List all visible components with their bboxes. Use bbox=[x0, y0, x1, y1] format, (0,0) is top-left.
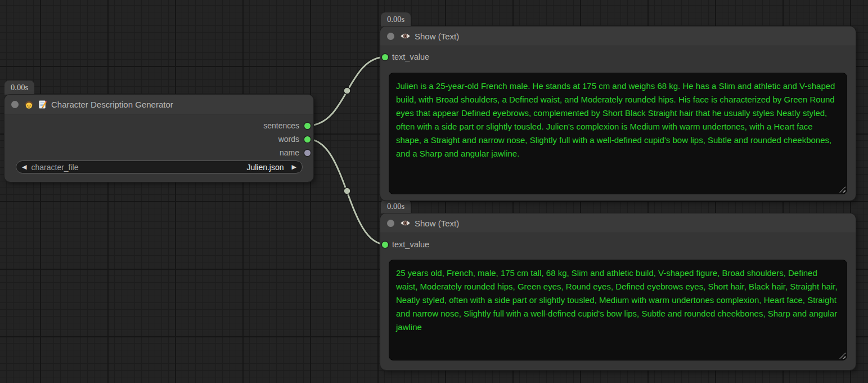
output-label-words: words bbox=[278, 135, 299, 144]
show-text-1-header[interactable]: Show (Text) bbox=[380, 26, 856, 46]
widget-value: Julien.json bbox=[246, 163, 284, 172]
exec-time-text: 0.00s bbox=[11, 83, 28, 92]
output-slot-name[interactable]: name bbox=[5, 146, 313, 159]
collapse-dot[interactable] bbox=[387, 33, 394, 40]
collapse-dot[interactable] bbox=[11, 101, 19, 108]
output-slot-sentences[interactable]: sentences bbox=[5, 119, 313, 132]
eye-icon bbox=[400, 32, 411, 40]
output-slot-words[interactable]: words bbox=[5, 132, 313, 146]
input-dot-text-value[interactable] bbox=[382, 54, 388, 60]
wire-midpoint-dot[interactable] bbox=[344, 87, 350, 94]
eye-icon bbox=[400, 219, 411, 227]
input-label-text-value: text_value bbox=[392, 240, 429, 249]
exec-time-text: 0.00s bbox=[387, 202, 404, 211]
output-label-name: name bbox=[280, 148, 299, 157]
show-text-2-title: Show (Text) bbox=[415, 219, 459, 228]
exec-time-badge: 0.00s bbox=[381, 199, 411, 213]
input-label-text-value: text_value bbox=[392, 52, 429, 61]
output-dot-name[interactable] bbox=[304, 150, 311, 156]
input-dot-text-value[interactable] bbox=[382, 242, 388, 248]
output-dot-words[interactable] bbox=[304, 136, 311, 142]
input-slot-text-value[interactable]: text_value bbox=[380, 50, 429, 64]
node-graph-canvas[interactable]: 0.00s bbox=[0, 0, 868, 383]
wire-midpoint-dot[interactable] bbox=[344, 188, 350, 194]
show-text-1-title: Show (Text) bbox=[415, 32, 459, 41]
generator-outputs: sentences words name bbox=[5, 119, 313, 159]
wire-words-to-text2[interactable] bbox=[308, 139, 386, 244]
collapse-dot[interactable] bbox=[387, 220, 394, 227]
next-arrow-icon[interactable]: ▶ bbox=[292, 164, 296, 170]
text-value-display-2[interactable]: 25 years old, French, male, 175 cm tall,… bbox=[389, 260, 847, 360]
node-show-text-2[interactable]: Show (Text) text_value 25 years old, Fre… bbox=[380, 213, 856, 370]
text-value-display-1[interactable]: Julien is a 25-year-old French male. He … bbox=[389, 73, 847, 194]
exec-time-badge: 0.00s bbox=[5, 81, 34, 95]
output-dot-sentences[interactable] bbox=[304, 123, 311, 129]
person-icon bbox=[24, 100, 34, 109]
output-label-sentences: sentences bbox=[263, 121, 299, 130]
node-character-description-generator[interactable]: Character Description Generator sentence… bbox=[5, 95, 313, 182]
widget-label: character_file bbox=[31, 163, 78, 172]
node-show-text-1[interactable]: Show (Text) text_value Julien is a 25-ye… bbox=[380, 26, 856, 201]
generator-node-header[interactable]: Character Description Generator bbox=[5, 95, 313, 114]
input-slot-text-value[interactable]: text_value bbox=[380, 238, 429, 251]
character-file-widget[interactable]: ◀ character_file Julien.json ▶ bbox=[16, 161, 303, 173]
show-text-2-header[interactable]: Show (Text) bbox=[380, 213, 856, 233]
exec-time-badge: 0.00s bbox=[381, 12, 411, 26]
prev-arrow-icon[interactable]: ◀ bbox=[22, 164, 26, 170]
wire-sentences-to-text1[interactable] bbox=[308, 57, 386, 126]
memo-icon bbox=[38, 100, 47, 109]
generator-node-title: Character Description Generator bbox=[51, 100, 173, 109]
exec-time-text: 0.00s bbox=[387, 15, 404, 24]
